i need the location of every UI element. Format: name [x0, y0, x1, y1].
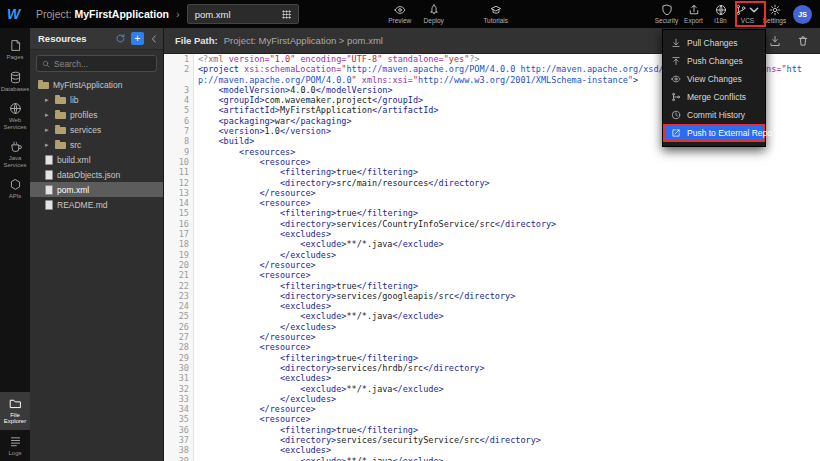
gear-icon	[769, 4, 781, 16]
menu-item-pull-changes[interactable]: Pull Changes	[663, 34, 765, 52]
code-line: 11 <filtering>true</filtering>	[164, 167, 820, 177]
line-number: 39	[164, 456, 194, 461]
chevron-right-icon[interactable]: ▸	[45, 126, 51, 134]
line-number: 13	[164, 188, 194, 198]
code-line: 19 </excludes>	[164, 250, 820, 260]
history-clock-icon	[671, 110, 681, 120]
refresh-icon[interactable]	[115, 33, 126, 44]
download-file-icon[interactable]	[769, 35, 781, 47]
line-number: 36	[164, 425, 194, 435]
sidebar-item-logs[interactable]: Logs	[0, 430, 30, 461]
sidebar-item-file-explorer[interactable]: File Explorer	[0, 392, 30, 430]
sidebar-item-apis[interactable]: APIs	[0, 173, 30, 205]
line-number: 17	[164, 229, 194, 239]
line-number: 7	[164, 126, 194, 136]
collapse-panel-icon[interactable]	[149, 34, 159, 44]
menu-item-push-to-external-repo[interactable]: Push to External Repo	[663, 124, 765, 142]
resources-title: Resources	[38, 33, 87, 44]
tab-label: pom.xml	[195, 9, 231, 20]
chevron-right-icon[interactable]: ▸	[45, 96, 51, 104]
line-number: 20	[164, 260, 194, 270]
code-line: 22 <filtering>true</filtering>	[164, 281, 820, 291]
line-number: 30	[164, 363, 194, 373]
chevron-right-icon[interactable]: ▸	[45, 141, 51, 149]
security-button[interactable]: Security	[653, 0, 680, 28]
line-number: 22	[164, 281, 194, 291]
add-resource-button[interactable]: +	[131, 32, 144, 45]
folder-icon	[38, 82, 49, 89]
topbar-right-group: Security Export i18n VCS Settings JS	[653, 0, 820, 28]
delete-file-icon[interactable]	[797, 35, 809, 47]
chevron-right-icon[interactable]: ▸	[45, 111, 51, 119]
tutorials-button[interactable]: Tutorials	[479, 0, 513, 28]
arrow-up-icon	[671, 56, 681, 66]
tree-item-readme-md[interactable]: README.md	[30, 197, 163, 212]
line-number: 11	[164, 167, 194, 177]
export-button[interactable]: Export	[680, 0, 707, 28]
branch-icon	[735, 4, 747, 16]
menu-item-view-changes[interactable]: View Changes	[663, 70, 765, 88]
breadcrumb: Project: MyFirstApplication > pom.xml	[224, 35, 383, 46]
line-number: 4	[164, 95, 194, 105]
line-number: 18	[164, 239, 194, 249]
wavemaker-logo[interactable]: W	[0, 0, 30, 28]
tree-item-pom-xml[interactable]: pom.xml	[30, 182, 163, 197]
folder-icon	[9, 397, 22, 410]
resources-search	[36, 55, 157, 72]
menu-item-merge-conflicts[interactable]: Merge Conflicts	[663, 88, 765, 106]
code-line: 10 <resource>	[164, 157, 820, 167]
export-icon	[688, 4, 700, 16]
deploy-button[interactable]: Deploy	[417, 0, 451, 28]
vcs-button[interactable]: VCS	[734, 0, 761, 28]
code-line: 18 <exclude>**/*.java</exclude>	[164, 239, 820, 249]
tree-item-dataobjects-json[interactable]: dataObjects.json	[30, 167, 163, 182]
grid-icon[interactable]	[282, 10, 291, 19]
preview-button[interactable]: Preview	[383, 0, 417, 28]
tree-item-build-xml[interactable]: build.xml	[30, 152, 163, 167]
menu-item-push-changes[interactable]: Push Changes	[663, 52, 765, 70]
tree-item-myfirstapplication[interactable]: MyFirstApplication	[30, 77, 163, 92]
i18n-button[interactable]: i18n	[707, 0, 734, 28]
line-number: 25	[164, 311, 194, 321]
menu-item-commit-history[interactable]: Commit History	[663, 106, 765, 124]
tree-item-lib[interactable]: ▸ lib	[30, 92, 163, 107]
tree-item-services[interactable]: ▸ services	[30, 122, 163, 137]
user-avatar[interactable]: JS	[793, 5, 812, 24]
coffee-cup-icon	[9, 140, 22, 153]
file-icon	[45, 185, 53, 195]
globe-icon	[715, 4, 727, 16]
external-repo-icon	[671, 128, 681, 138]
code-line: 36 <filtering>true</filtering>	[164, 425, 820, 435]
file-path-label: File Path:	[175, 35, 218, 46]
line-number: 8	[164, 136, 194, 146]
search-input[interactable]	[54, 59, 151, 69]
line-number: 23	[164, 291, 194, 301]
code-line: 33 </excludes>	[164, 394, 820, 404]
code-line: 29 <filtering>true</filtering>	[164, 353, 820, 363]
line-number: 6	[164, 116, 194, 126]
tab-pom-xml[interactable]: pom.xml	[187, 4, 299, 24]
code-line: 39 <exclude>**/*.java</exclude>	[164, 456, 820, 461]
sidebar-item-java-services[interactable]: Java Services	[0, 135, 30, 173]
tree-item-src[interactable]: ▸ src	[30, 137, 163, 152]
hexagon-icon	[9, 178, 22, 191]
file-tree: MyFirstApplication ▸ lib ▸ profiles ▸ se…	[30, 77, 163, 212]
line-number: 14	[164, 198, 194, 208]
tree-item-profiles[interactable]: ▸ profiles	[30, 107, 163, 122]
code-line: 16 <directory>services/CountryInfoServic…	[164, 219, 820, 229]
logs-icon	[9, 435, 22, 448]
globe-icon	[9, 102, 22, 115]
top-bar: W Project: MyFirstApplication › pom.xml …	[0, 0, 820, 28]
code-line: 37 <directory>services/securityService/s…	[164, 435, 820, 445]
settings-button[interactable]: Settings	[761, 0, 788, 28]
sidebar-item-web-services[interactable]: Web Services	[0, 97, 30, 135]
shield-icon	[661, 4, 673, 16]
sidebar-item-pages[interactable]: Pages	[0, 34, 30, 66]
folder-icon	[55, 127, 66, 134]
code-line: 38 <excludes>	[164, 445, 820, 455]
file-icon	[45, 200, 53, 210]
pages-icon	[9, 39, 22, 52]
line-number: 5	[164, 105, 194, 115]
line-number: 12	[164, 178, 194, 188]
sidebar-item-databases[interactable]: Databases	[0, 66, 30, 98]
